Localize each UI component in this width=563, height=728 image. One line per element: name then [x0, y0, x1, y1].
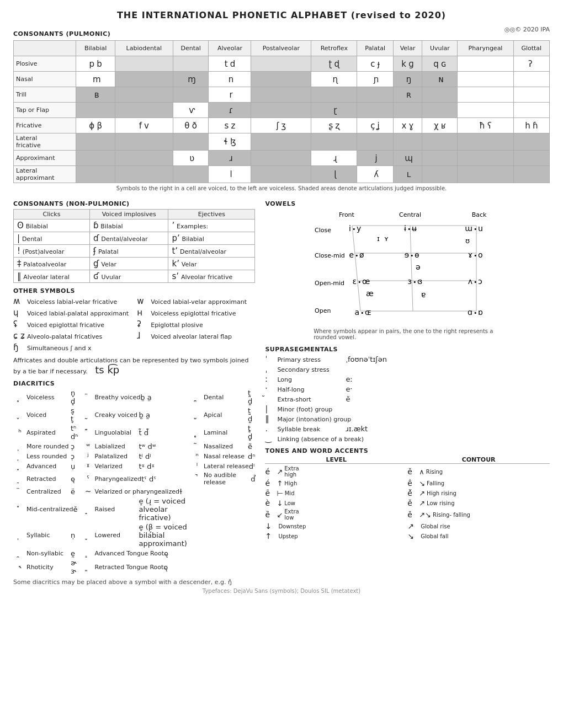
svg-text:ɵ: ɵ: [415, 250, 419, 259]
other-symbols-section: OTHER SYMBOLS ʍVoiceless labial-velar fr…: [13, 287, 255, 376]
vowels-note: Where symbols appear in pairs, the one t…: [314, 328, 501, 340]
diacritic-item: ̪Dentalt̪ d̪: [190, 389, 255, 405]
vowel-diagram: Front Central Back Close Close-mid Open-…: [314, 209, 501, 325]
diacritic-item: [190, 559, 255, 575]
diacritic-item: ͇Advanced Tongue Rootę: [82, 549, 187, 558]
copyright: ◎◎© 2020 IPA: [504, 26, 550, 33]
tone-item: ē ⊢ Mid ě̌ ↗ High rising: [265, 489, 550, 497]
svg-text:ʌ: ʌ: [468, 277, 472, 286]
svg-text:ɞ: ɞ: [417, 277, 422, 286]
diacritics-section: DIACRITICS ̥Voicelessn̥ d̥̈Breathy voice…: [13, 380, 255, 586]
svg-text:ɤ: ɤ: [468, 250, 472, 259]
diacritic-item: ̬Voiceds̬ t̬: [13, 406, 78, 423]
suprasegmental-item: |Minor (foot) group: [265, 404, 550, 413]
tones-contour-header: CONTOUR: [407, 456, 550, 463]
other-symbol-item: ɥVoiced labial-palatal approximant: [13, 308, 131, 318]
diacritic-item: ~Velarized or pharyngealizedɫ: [82, 487, 187, 496]
diacritic-item: ̹More roundedɔ̹: [13, 442, 78, 451]
diacritic-item: ̻Laminalt̻ d̻: [190, 424, 255, 441]
svg-line-11: [352, 226, 360, 311]
svg-text:•: •: [474, 226, 477, 233]
svg-text:Front: Front: [339, 211, 355, 218]
affricates-note: Affricates and double articulations can …: [13, 357, 255, 376]
svg-text:æ: æ: [366, 289, 374, 298]
svg-text:Close-mid: Close-mid: [315, 252, 345, 259]
svg-text:Open-mid: Open-mid: [315, 280, 344, 287]
svg-text:ɐ: ɐ: [421, 290, 426, 299]
svg-text:Open: Open: [315, 307, 331, 314]
svg-text:œ: œ: [362, 277, 370, 286]
nonpulmonic-label: CONSONANTS (NON-PULMONIC): [13, 200, 255, 207]
svg-text:•: •: [360, 309, 364, 317]
diacritic-item: ̝Raisede̝ (ɹ̝ = voiced alveolar fricativ…: [82, 497, 187, 522]
suprasegmental-item: ːLongeː: [265, 374, 550, 383]
diacritic-item: ˠVelarizedtˠ dˠ: [82, 462, 187, 470]
diacritic-item: ̈Breathy voicedb̤ a̤: [82, 389, 187, 405]
svg-text:Central: Central: [399, 211, 421, 218]
suprasegmentals-section: SUPRASEGMENTALS ˈPrimary stressˌfoʊnəˈtɪ…: [265, 346, 550, 443]
svg-text:•: •: [407, 226, 411, 233]
tone-item: è ↓ Low ě ↗ Low rising: [265, 499, 550, 507]
svg-text:•: •: [358, 279, 362, 286]
tone-item: ȅ ↙ Extra low ě ↗↘ Rising- falling: [265, 508, 550, 521]
other-symbol-item: ɕ ʑAlveolo-palatal fricatives: [13, 331, 131, 341]
svg-text:y: y: [357, 224, 361, 233]
pulmonic-note: Symbols to the right in a cell are voice…: [13, 185, 550, 191]
diacritic-item: [190, 497, 255, 522]
suprasegmental-item: ˈPrimary stressˌfoʊnəˈtɪʃən: [265, 355, 550, 363]
svg-text:ɶ: ɶ: [365, 308, 371, 317]
clicks-col-header: Clicks: [14, 210, 90, 220]
diacritic-item: ̩Syllabicn̩: [13, 523, 78, 548]
other-symbol-item: ɧSimultaneous ʃ and x: [13, 342, 131, 352]
svg-text:•: •: [410, 252, 414, 259]
svg-text:ə: ə: [416, 263, 421, 271]
diacritic-item: [190, 523, 255, 548]
diacritics-label: DIACRITICS: [13, 380, 255, 387]
diacritic-item: ̯Non-syllabice̯: [13, 549, 78, 558]
other-symbol-item: wVoiced labial-velar approximant: [137, 296, 255, 306]
diacritic-item: ʲPalatalizedtʲ dʲ: [82, 452, 187, 461]
svg-line-12: [410, 226, 413, 311]
other-symbol-item: ʍVoiceless labial-velar fricative: [13, 296, 131, 306]
suprasegmental-item: .Syllable breakɹɪ.ækt: [265, 424, 550, 433]
svg-text:•: •: [474, 279, 477, 286]
other-symbols-label: OTHER SYMBOLS: [13, 287, 255, 295]
voiced-implosives-col-header: Voiced implosives: [90, 210, 168, 220]
other-symbol-item: ɺVoiced alveolar lateral flap: [137, 331, 255, 341]
svg-text:ø: ø: [359, 250, 364, 259]
diacritic-item: ʷLabializedtʷ dʷ: [82, 442, 187, 451]
svg-text:ɛ: ɛ: [353, 277, 357, 286]
svg-text:a: a: [355, 308, 360, 317]
svg-text:ʊ: ʊ: [465, 237, 470, 245]
other-symbol-item: ʜVoiceless epiglottal fricative: [137, 308, 255, 318]
svg-text:ɪ: ɪ: [377, 234, 380, 243]
vowels-section: VOWELS Front Central Back Close Close-mi…: [265, 200, 550, 340]
typefaces-note: Typefaces: DejaVu Sans (symbols); Doulos…: [13, 588, 550, 594]
diacritic-item: ⁿNasal releasedⁿ: [190, 452, 255, 461]
pulmonic-table: BilabialLabiodentalDentalAlveolarPostalv…: [13, 40, 550, 183]
vowels-label: VOWELS: [265, 200, 550, 207]
svg-text:ɒ: ɒ: [478, 308, 483, 317]
diacritic-item: ʰAspiratedtʰ dʰ: [13, 424, 78, 441]
svg-text:•: •: [413, 279, 417, 286]
tone-item: é ↗ Extra high ě ∧ Rising: [265, 465, 550, 478]
diacritic-item: [190, 549, 255, 558]
svg-text:ʉ: ʉ: [412, 224, 417, 233]
tones-section: TONES AND WORD ACCENTS LEVEL CONTOUR é ↗…: [265, 447, 550, 540]
svg-text:•: •: [474, 252, 477, 259]
diacritic-item: ̠Retractedę: [13, 472, 78, 486]
svg-text:Back: Back: [472, 211, 487, 218]
diacritic-item: ̜Less roundedɔ̜: [13, 452, 78, 461]
svg-text:o: o: [478, 250, 483, 259]
suprasegmentals-label: SUPRASEGMENTALS: [265, 346, 550, 353]
suprasegmental-item: ‿Linking (absence of a break): [265, 434, 550, 443]
svg-text:e: e: [349, 250, 354, 259]
suprasegmental-item: ˑHalf-longeˑ: [265, 384, 550, 393]
svg-text:ʏ: ʏ: [384, 234, 389, 243]
diacritic-item: [190, 487, 255, 496]
svg-text:ɑ: ɑ: [468, 308, 472, 317]
diacritic-item: ̰Creaky voicedb̰ a̰: [82, 406, 187, 423]
diacritic-item: ˤPharyngealizedtˤ dˤ: [82, 472, 187, 486]
tone-item: ↓ Downstep ↗ Global rise: [265, 522, 550, 531]
svg-text:ɘ: ɘ: [405, 250, 410, 259]
